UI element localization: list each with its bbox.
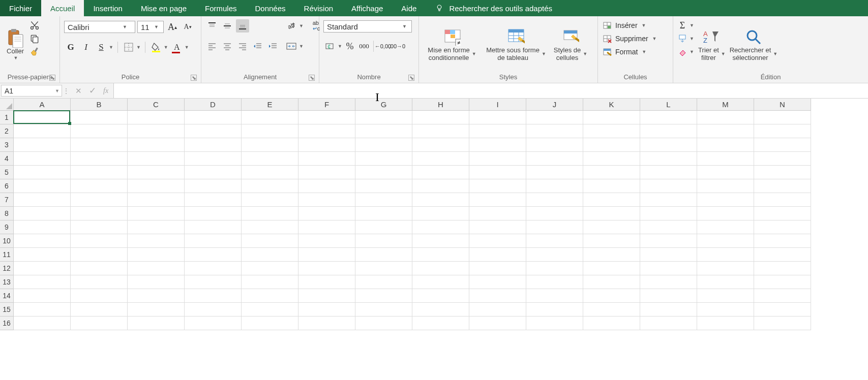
align-bottom-button[interactable] — [236, 19, 249, 33]
cell[interactable] — [128, 179, 185, 193]
row-header[interactable]: 14 — [0, 289, 14, 303]
cell[interactable] — [71, 275, 128, 289]
cell[interactable] — [242, 316, 298, 330]
comma-style-button[interactable]: 000 — [357, 40, 371, 53]
row-header[interactable]: 13 — [0, 275, 14, 289]
cell[interactable] — [298, 124, 355, 138]
cell[interactable] — [640, 207, 697, 220]
cell[interactable] — [242, 289, 298, 303]
cell[interactable] — [128, 166, 185, 179]
search-tools[interactable]: Rechercher des outils adaptés — [426, 0, 561, 16]
increase-decimal-button[interactable]: ←0,00 — [376, 40, 390, 53]
cell[interactable] — [298, 316, 355, 330]
cell[interactable] — [697, 220, 754, 234]
cell[interactable] — [754, 152, 811, 166]
cell[interactable] — [469, 289, 526, 303]
cell[interactable] — [14, 234, 71, 248]
cell[interactable] — [640, 262, 697, 275]
number-format-select[interactable]: ▼ — [323, 20, 412, 33]
cell[interactable] — [697, 124, 754, 138]
align-middle-button[interactable] — [221, 19, 234, 33]
caret-icon[interactable]: ▼ — [299, 44, 304, 49]
caret-icon[interactable]: ▼ — [338, 44, 342, 49]
cell[interactable] — [583, 234, 640, 248]
tab-fichier[interactable]: Fichier — [0, 0, 41, 16]
insert-cells-button[interactable]: Insérer▼ — [602, 20, 646, 30]
cell[interactable] — [128, 289, 185, 303]
bold-button[interactable]: G — [64, 41, 77, 54]
cell[interactable] — [128, 248, 185, 262]
cell[interactable] — [640, 234, 697, 248]
cell[interactable] — [697, 179, 754, 193]
cell[interactable] — [754, 193, 811, 207]
increase-font-button[interactable]: A▴ — [166, 20, 179, 34]
row-header[interactable]: 6 — [0, 179, 14, 193]
cell[interactable] — [412, 111, 469, 124]
row-header[interactable]: 4 — [0, 152, 14, 166]
cell[interactable] — [242, 248, 298, 262]
column-header[interactable]: M — [697, 99, 754, 111]
cell[interactable] — [640, 303, 697, 316]
cell[interactable] — [71, 166, 128, 179]
cell[interactable] — [469, 248, 526, 262]
cell[interactable] — [242, 124, 298, 138]
caret-icon[interactable]: ▼ — [185, 45, 189, 50]
cell[interactable] — [469, 166, 526, 179]
cell[interactable] — [412, 193, 469, 207]
cell[interactable] — [697, 234, 754, 248]
column-header[interactable]: K — [583, 99, 640, 111]
copy-button[interactable] — [29, 34, 40, 44]
tab-affichage[interactable]: Affichage — [342, 0, 392, 16]
cell[interactable] — [71, 303, 128, 316]
cell[interactable] — [128, 234, 185, 248]
cell[interactable] — [697, 275, 754, 289]
cell[interactable] — [412, 234, 469, 248]
tab-accueil[interactable]: Accueil — [41, 0, 84, 16]
cell[interactable] — [412, 138, 469, 152]
cell[interactable] — [583, 303, 640, 316]
cell[interactable] — [640, 289, 697, 303]
cell[interactable] — [469, 316, 526, 330]
cell[interactable] — [185, 138, 242, 152]
cell[interactable] — [242, 193, 298, 207]
cell[interactable] — [526, 179, 583, 193]
column-header[interactable]: H — [412, 99, 469, 111]
cell[interactable] — [412, 207, 469, 220]
cell[interactable] — [640, 316, 697, 330]
cell[interactable] — [526, 289, 583, 303]
cell[interactable] — [14, 152, 71, 166]
column-header[interactable]: G — [355, 99, 412, 111]
align-right-button[interactable] — [236, 40, 249, 53]
cell[interactable] — [583, 220, 640, 234]
cancel-formula-icon[interactable]: ✕ — [75, 86, 82, 96]
cell[interactable] — [355, 275, 412, 289]
font-name-input[interactable] — [65, 23, 121, 31]
cell[interactable] — [355, 234, 412, 248]
cell[interactable] — [71, 207, 128, 220]
find-select-button[interactable]: Rechercher et sélectionner▼ — [729, 18, 779, 72]
orientation-button[interactable]: ab — [285, 19, 298, 33]
tab-donnees[interactable]: Données — [246, 0, 295, 16]
cell[interactable] — [128, 303, 185, 316]
cell[interactable] — [640, 138, 697, 152]
cell[interactable] — [298, 207, 355, 220]
cell[interactable] — [242, 303, 298, 316]
cell[interactable] — [526, 166, 583, 179]
cell[interactable] — [71, 111, 128, 124]
cell[interactable] — [526, 193, 583, 207]
cell[interactable] — [697, 262, 754, 275]
cell[interactable] — [640, 179, 697, 193]
cell[interactable] — [14, 262, 71, 275]
cell[interactable] — [128, 275, 185, 289]
cell[interactable] — [754, 138, 811, 152]
paste-button[interactable]: Coller ▼ — [3, 18, 27, 72]
cell[interactable] — [469, 303, 526, 316]
cell[interactable] — [640, 193, 697, 207]
cell[interactable] — [754, 166, 811, 179]
column-header[interactable]: L — [640, 99, 697, 111]
column-header[interactable]: N — [754, 99, 811, 111]
cell[interactable] — [640, 166, 697, 179]
cell[interactable] — [185, 316, 242, 330]
cell[interactable] — [355, 138, 412, 152]
accounting-format-button[interactable]: ₵ — [323, 40, 337, 53]
